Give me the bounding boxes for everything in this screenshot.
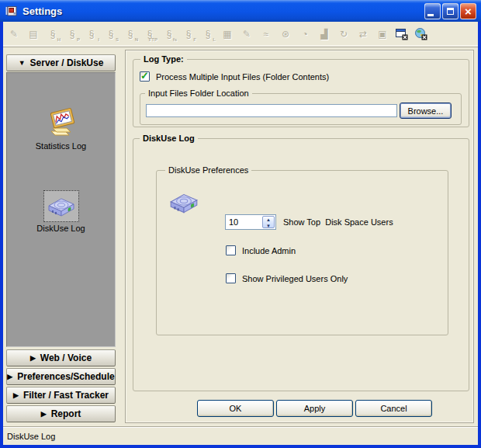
diskuse-log-icon	[46, 194, 77, 219]
privileged-only-checkbox[interactable]: ✓	[226, 273, 236, 283]
chevron-right-icon: ▶	[7, 373, 12, 380]
minimize-icon	[427, 14, 434, 16]
show-top-label: Show Top Disk Space Users	[283, 217, 393, 227]
log-type-i-icon-tag: I	[98, 37, 99, 42]
log-type-group-title: Log Type:	[140, 54, 187, 64]
process-multiple-files-row: ✓ Process Multiple Input Files (Folder C…	[140, 71, 329, 82]
app-icon	[5, 5, 18, 17]
log-type-f-icon: §F	[182, 27, 195, 41]
process-multiple-files-label: Process Multiple Input Files (Folder Con…	[156, 72, 329, 82]
caption-buttons: ×	[424, 3, 476, 19]
sidebar-item-diskuse-log-selected[interactable]	[43, 190, 79, 222]
log-type-l-icon-tag: L	[213, 37, 216, 42]
log-type-n-icon-tag: N	[135, 37, 138, 42]
refresh-icon: ↻	[337, 27, 350, 41]
log-type-s-icon: §S	[105, 27, 117, 41]
log-type-n-icon: §N	[124, 27, 137, 41]
spinner-up-icon[interactable]: ▲	[263, 217, 274, 223]
signature-icon: ✎	[240, 27, 253, 41]
clock-icon: ◔	[299, 27, 311, 41]
log-type-s-icon-tag: S	[116, 37, 119, 42]
close-button[interactable]: ×	[460, 3, 476, 19]
log-type-l-icon: §L	[202, 27, 214, 41]
diskuse-log-group: DiskUse Log DiskUse Preferences	[133, 138, 469, 391]
transfer-icon: ⇄	[357, 27, 369, 41]
show-top-spinner[interactable]: 10 ▲ ▼	[225, 214, 276, 230]
edit-icon: ✎	[8, 27, 20, 41]
log-type-ftp-icon: §FTP	[144, 27, 156, 41]
chevron-down-icon: ▼	[19, 59, 26, 67]
sidebar-panel-label: Filter / Fast Tracker	[23, 390, 109, 401]
chevron-right-icon: ▶	[30, 354, 36, 362]
privileged-only-label: Show Privileged Users Only	[242, 274, 348, 283]
sidebar-panel-report[interactable]: ▶ Report	[6, 405, 116, 422]
toolbar-disabled-group: ✎▤§H§P§I§S§N§FTP§fs§F§L▦✎≈⊛◔▟↻⇄▣	[8, 27, 396, 41]
sidebar-panel-preferences-schedule[interactable]: ▶ Preferences/Schedule	[6, 368, 116, 385]
apply-button[interactable]: Apply	[276, 400, 353, 417]
sidebar-item-diskuse-log[interactable]: DiskUse Log	[7, 224, 115, 233]
statusbar-text: DiskUse Log	[7, 432, 55, 441]
window-border-right	[478, 22, 481, 448]
process-multiple-files-checkbox[interactable]: ✓	[140, 71, 150, 82]
spinner-down-icon[interactable]: ▼	[263, 223, 274, 229]
include-admin-checkbox[interactable]: ✓	[226, 245, 236, 255]
statistics-log-icon[interactable]	[46, 107, 78, 140]
window-border-bottom	[0, 445, 481, 448]
browse-button[interactable]: Browse...	[400, 102, 452, 119]
diskuse-preferences-group: DiskUse Preferences 10	[156, 170, 448, 335]
chart-icon: ▟	[318, 27, 330, 41]
log-type-h-icon-tag: H	[57, 37, 61, 42]
window-border-left	[0, 22, 3, 448]
check-icon: ✓	[140, 70, 149, 82]
log-type-h-icon: §H	[47, 27, 59, 41]
log-type-group: Log Type: ✓ Process Multiple Input Files…	[133, 59, 469, 127]
sidebar-panel-filter-fast-tracker[interactable]: ▶ Filter / Fast Tracker	[6, 387, 116, 404]
ab-text-icon: ≈	[260, 27, 272, 41]
sidebar-panel-server-diskuse[interactable]: ▼ Server / DiskUse	[6, 54, 116, 71]
input-folder-group-title: Input Files Folder Location	[145, 88, 252, 99]
sidebar-item-statistics-log[interactable]: Statistics Log	[7, 141, 115, 151]
gear-icon: ⊛	[279, 27, 292, 41]
log-type-i-icon: §I	[85, 27, 98, 41]
sidebar-panel-label: Server / DiskUse	[30, 57, 104, 68]
sidebar-panel-label: Report	[51, 408, 81, 419]
window-title: Settings	[22, 5, 62, 17]
log-type-p-icon: §P	[66, 27, 78, 41]
toolbar: ✎▤§H§P§I§S§N§FTP§fs§F§L▦✎≈⊛◔▟↻⇄▣	[3, 22, 478, 47]
show-top-value: 10	[229, 217, 238, 227]
hard-disk-icon	[168, 189, 200, 217]
maximize-button[interactable]	[442, 3, 459, 19]
globe-delete-icon[interactable]	[415, 27, 427, 41]
sidebar-panel-label: Preferences/Schedule	[17, 371, 114, 382]
input-folder-group: Input Files Folder Location Browse...	[140, 93, 462, 125]
include-admin-row: ✓ Include Admin	[226, 245, 296, 255]
folder-location-input[interactable]	[146, 104, 397, 117]
minimize-button[interactable]	[424, 3, 441, 19]
privileged-only-row: ✓ Show Privileged Users Only	[226, 273, 348, 283]
log-type-f-icon-tag: F	[193, 37, 196, 42]
log-type-fs-icon: §fs	[163, 27, 175, 41]
ok-button[interactable]: OK	[197, 400, 274, 417]
settings-window: Settings × ✎▤§H§P§I§S§N§FTP§fs§F§L▦✎≈⊛◔▟…	[0, 0, 481, 448]
window-delete-icon[interactable]	[396, 27, 408, 41]
main-panel: Log Type: ✓ Process Multiple Input Files…	[125, 50, 474, 423]
log-type-p-icon-tag: P	[77, 37, 80, 42]
printer-icon: ▤	[27, 27, 40, 41]
diskuse-log-group-title: DiskUse Log	[140, 133, 198, 144]
sidebar-panel-web-voice[interactable]: ▶ Web / Voice	[6, 349, 116, 366]
log-type-fs-icon-tag: fs	[173, 37, 177, 42]
include-admin-label: Include Admin	[242, 246, 296, 255]
chevron-right-icon: ▶	[41, 410, 47, 418]
sidebar-panel-label: Web / Voice	[40, 352, 92, 363]
statusbar: DiskUse Log	[3, 426, 478, 445]
log-type-ftp-icon-tag: FTP	[149, 37, 157, 42]
cancel-button[interactable]: Cancel	[355, 400, 432, 417]
diskuse-preferences-title: DiskUse Preferences	[165, 165, 251, 175]
maximize-icon	[447, 8, 454, 15]
spinner-buttons: ▲ ▼	[262, 216, 275, 228]
chevron-right-icon: ▶	[13, 391, 19, 399]
database-edit-icon: ▣	[376, 27, 389, 41]
sidebar-item-list: Statistics Log DiskUse Log	[6, 72, 116, 347]
titlebar: Settings ×	[0, 0, 481, 22]
document-icon: ▦	[221, 27, 234, 41]
